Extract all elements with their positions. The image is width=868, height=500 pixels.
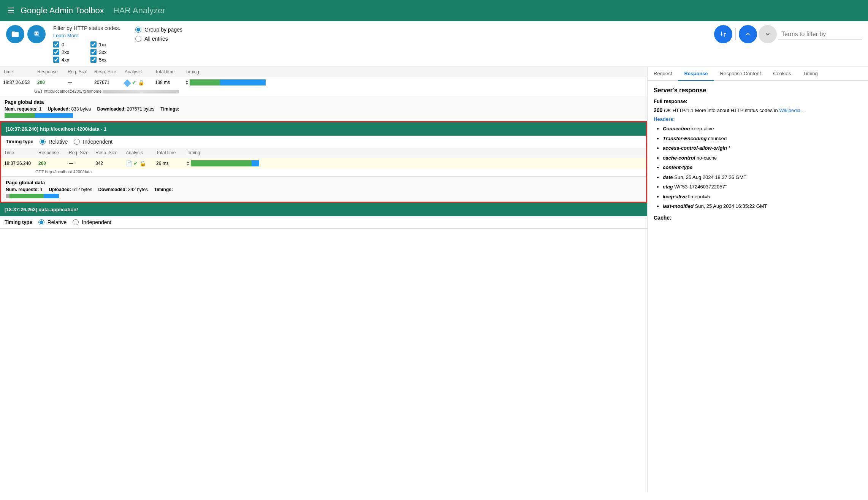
nav-prev-button[interactable] (739, 25, 757, 43)
col-timing: Timing (185, 69, 644, 74)
nav-next-button[interactable] (759, 25, 777, 43)
bar-green (190, 79, 220, 85)
app-title: Google Admin Toolbox (21, 6, 104, 16)
checkbox-item-4xx[interactable]: 4xx (53, 57, 83, 63)
sel-entry-total-time: 26 ms (156, 161, 187, 166)
radio-relative[interactable]: Relative (40, 139, 68, 145)
col-response-s: Response (38, 150, 69, 155)
tab-timing[interactable]: Timing (797, 67, 824, 81)
radio-relative-2[interactable]: Relative (38, 219, 67, 225)
blurred-url (103, 90, 179, 93)
checkbox-item-5xx[interactable]: 5xx (90, 57, 120, 63)
toolbar-left (6, 25, 46, 43)
right-panel: RequestResponseResponse ContentCookiesTi… (648, 67, 868, 492)
entry-time: 18:37:26.053 (3, 80, 37, 85)
entry-url: GET http://localhost:4200/@fs/home (0, 88, 647, 96)
response-info-text: More info about HTTP status codes in (695, 108, 779, 113)
stat-downloaded: Downloaded: 207671 bytes (97, 106, 154, 112)
response-content: Server's response Full response: 200 OK … (648, 81, 868, 227)
mini-bar-green (5, 113, 35, 118)
radio-independent-label-2: Independent (82, 219, 111, 225)
stat-timings-sel: Timings: (154, 187, 173, 192)
folder-button[interactable] (6, 25, 24, 43)
app-header: ☰ Google Admin Toolbox HAR Analyzer (0, 0, 868, 21)
svg-point-1 (35, 33, 36, 34)
stat-downloaded-sel: Downloaded: 342 bytes (98, 187, 148, 192)
page-global-selected: Page global data Num. requests: 1 Upload… (1, 177, 646, 202)
radio-group-by-pages[interactable]: Group by pages (135, 27, 182, 33)
mini-bar-gray (6, 194, 10, 198)
list-item: last-modified Sun, 25 Aug 2024 16:35:22 … (663, 203, 862, 210)
entry-analysis: ✔ 🔒 (125, 79, 155, 86)
timing-type-label-2: Timing type (5, 219, 32, 225)
radio-all-entries-label: All entries (144, 36, 168, 42)
header-key: Connection (663, 126, 690, 131)
col-analysis-s: Analysis (126, 150, 156, 155)
header-key: content-type (663, 165, 692, 170)
table-row-selected[interactable]: 18:37:26.240 200 — 342 📄 ✔ 🔒 26 ms ‡ (1, 158, 646, 169)
timing-symbol-2: ‡ (187, 161, 189, 166)
server-response-title: Server's response (654, 87, 862, 94)
radio-all-entries[interactable]: All entries (135, 36, 182, 42)
bar-green-2 (191, 160, 252, 166)
list-item: Connection keep-alive (663, 125, 862, 133)
list-item: date Sun, 25 Aug 2024 18:37:26 GMT (663, 174, 862, 181)
timing-mini-sel (6, 194, 82, 198)
header-key: keep-alive (663, 194, 687, 199)
headers-link[interactable]: Headers: (654, 116, 862, 122)
stat-uploaded-sel: Uploaded: 612 bytes (49, 187, 92, 192)
page-global-title-sel: Page global data (6, 180, 641, 185)
response-ok: OK (664, 108, 672, 113)
checkbox-item-0[interactable]: 0 (53, 41, 83, 47)
response-status: 200 (654, 107, 662, 113)
radio-relative-label: Relative (49, 139, 68, 145)
toolbar: Filter by HTTP status codes. Learn More … (0, 21, 868, 67)
timing-bar (190, 79, 266, 85)
list-item: access-control-allow-origin * (663, 144, 862, 152)
radio-independent-2[interactable]: Independent (73, 219, 111, 225)
page-global-title-1: Page global data (5, 99, 643, 105)
selected-section-header[interactable]: [18:37:26.240] http://localhost:4200/dat… (1, 122, 646, 136)
filter-title: Filter by HTTP status codes. (53, 25, 120, 31)
list-item: cache-control no-cache (663, 154, 862, 162)
timing-type-row-2: Timing type Relative Independent (0, 216, 647, 228)
tab-request[interactable]: Request (648, 67, 678, 81)
header-key: date (663, 174, 673, 180)
bar-blue (220, 79, 266, 85)
table-header-1: Time Response Req. Size Resp. Size Analy… (0, 67, 647, 77)
learn-more-link[interactable]: Learn More (53, 33, 120, 38)
timing-mini-1 (5, 113, 81, 118)
mini-bar-green-sel (10, 194, 44, 198)
nav-buttons (714, 25, 862, 43)
wikipedia-link[interactable]: Wikipedia (779, 108, 800, 113)
tab-response[interactable]: Response (678, 67, 714, 81)
table-row[interactable]: 18:37:26.053 200 — 207671 ✔ 🔒 138 ms ‡ (0, 77, 647, 88)
list-item: keep-alive timeout=5 (663, 193, 862, 201)
timing-type-row-1: Timing type Relative Independent (1, 136, 646, 148)
spy-button[interactable] (27, 25, 46, 43)
checkbox-item-3xx[interactable]: 3xx (90, 49, 120, 55)
menu-icon[interactable]: ☰ (8, 6, 14, 15)
radio-relative-label-2: Relative (48, 219, 67, 225)
col-req-size-s: Req. Size (69, 150, 95, 155)
section-below-header[interactable]: [18:37:26.252] data:application/ (0, 203, 647, 216)
col-resp-size: Resp. Size (94, 69, 125, 74)
nav-updown-button[interactable] (714, 25, 732, 43)
checkbox-item-1xx[interactable]: 1xx (90, 41, 120, 47)
section-below: [18:37:26.252] data:application/ Timing … (0, 203, 647, 229)
mini-bar-blue (35, 113, 73, 118)
radio-independent[interactable]: Independent (74, 139, 112, 145)
tab-cookies[interactable]: Cookies (767, 67, 797, 81)
col-time: Time (3, 69, 37, 74)
search-input[interactable] (778, 29, 862, 40)
left-panel: Time Response Req. Size Resp. Size Analy… (0, 67, 648, 492)
header-key: access-control-allow-origin (663, 145, 727, 151)
checkbox-item-2xx[interactable]: 2xx (53, 49, 83, 55)
sel-entry-timing: ‡ (187, 160, 643, 166)
svg-point-2 (37, 33, 38, 34)
mini-bar-blue-sel (44, 194, 59, 198)
check-icon-2: ✔ (133, 160, 138, 166)
list-item: etag W/"53-1724603722057" (663, 183, 862, 191)
sel-entry-time: 18:37:26.240 (4, 161, 38, 166)
tab-response-content[interactable]: Response Content (714, 67, 767, 81)
